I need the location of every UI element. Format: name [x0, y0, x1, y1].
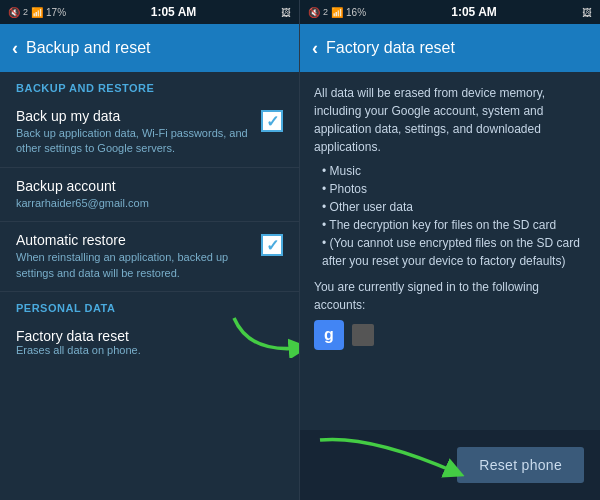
image-icon-right: 🖼 — [582, 7, 592, 18]
automatic-restore-text: Automatic restore When reinstalling an a… — [16, 232, 261, 281]
automatic-restore-sub: When reinstalling an application, backed… — [16, 250, 261, 281]
green-arrow-icon — [229, 308, 299, 358]
wifi-icon-right: 📶 — [331, 7, 343, 18]
bullet-other-user-data: Other user data — [322, 198, 586, 216]
bullet-music: Music — [322, 162, 586, 180]
left-time: 1:05 AM — [151, 5, 197, 19]
backup-my-data-sub: Back up application data, Wi-Fi password… — [16, 126, 261, 157]
battery-percent-right: 16% — [346, 7, 366, 18]
bottom-bar: Reset phone — [300, 430, 600, 500]
left-status-icons: 🔇 2 📶 🔇 ⬛ 2 📶 17% 17% — [8, 7, 66, 18]
secondary-account-icon[interactable] — [352, 324, 374, 346]
wifi-icon: 📶 — [31, 7, 43, 18]
right-panel-title: Factory data reset — [326, 39, 455, 57]
accounts-section: You are currently signed in to the follo… — [314, 278, 586, 350]
left-panel-content: BACKUP AND RESTORE Back up my data Back … — [0, 72, 299, 500]
left-panel: 🔇 2 📶 🔇 ⬛ 2 📶 17% 17% 1:05 AM 🖼 ‹ Backup… — [0, 0, 300, 500]
automatic-restore-checkbox[interactable] — [261, 234, 283, 256]
backup-my-data-text: Back up my data Back up application data… — [16, 108, 261, 157]
factory-reset-description: All data will be erased from device memo… — [314, 84, 586, 156]
backup-section-label: BACKUP AND RESTORE — [0, 72, 299, 98]
right-time: 1:05 AM — [451, 5, 497, 19]
left-status-bar: 🔇 2 📶 🔇 ⬛ 2 📶 17% 17% 1:05 AM 🖼 — [0, 0, 299, 24]
backup-account-sub: karrarhaider65@gmail.com — [16, 196, 283, 211]
bullet-decryption: The decryption key for files on the SD c… — [322, 216, 586, 234]
signal-2-icon: 2 — [23, 7, 28, 17]
image-icon-left: 🖼 — [281, 7, 291, 18]
green-arrow-right-icon — [310, 430, 470, 490]
backup-my-data-item[interactable]: Back up my data Back up application data… — [0, 98, 299, 168]
back-arrow-right[interactable]: ‹ — [312, 38, 318, 59]
right-status-bar: 🔇 2 📶 16% 1:05 AM 🖼 — [300, 0, 600, 24]
account-icons-row: g — [314, 320, 586, 350]
no-sound-icon-right: 🔇 — [308, 7, 320, 18]
right-status-icons: 🔇 2 📶 16% — [308, 7, 366, 18]
bullet-encrypted-note: (You cannot use encrypted files on the S… — [322, 234, 586, 270]
automatic-restore-title: Automatic restore — [16, 232, 261, 248]
back-arrow-left[interactable]: ‹ — [12, 38, 18, 59]
backup-my-data-title: Back up my data — [16, 108, 261, 124]
factory-reset-bullet-list: Music Photos Other user data The decrypt… — [322, 162, 586, 270]
backup-my-data-checkbox[interactable] — [261, 110, 283, 132]
reset-phone-button[interactable]: Reset phone — [457, 447, 584, 483]
left-header[interactable]: ‹ Backup and reset — [0, 24, 299, 72]
right-panel-content: All data will be erased from device memo… — [300, 72, 600, 430]
bullet-photos: Photos — [322, 180, 586, 198]
right-panel: 🔇 2 📶 16% 1:05 AM 🖼 ‹ Factory data reset… — [300, 0, 600, 500]
backup-account-title: Backup account — [16, 178, 283, 194]
backup-account-text: Backup account karrarhaider65@gmail.com — [16, 178, 283, 211]
left-panel-title: Backup and reset — [26, 39, 151, 57]
google-account-icon[interactable]: g — [314, 320, 344, 350]
right-header[interactable]: ‹ Factory data reset — [300, 24, 600, 72]
accounts-label: You are currently signed in to the follo… — [314, 278, 586, 314]
signal-2-icon-right: 2 — [323, 7, 328, 17]
battery-percent-left: 17% — [46, 7, 66, 18]
backup-account-item[interactable]: Backup account karrarhaider65@gmail.com — [0, 168, 299, 222]
no-sound-icon: 🔇 — [8, 7, 20, 18]
factory-data-reset-item[interactable]: Factory data reset Erases all data on ph… — [0, 318, 299, 366]
automatic-restore-item[interactable]: Automatic restore When reinstalling an a… — [0, 222, 299, 292]
